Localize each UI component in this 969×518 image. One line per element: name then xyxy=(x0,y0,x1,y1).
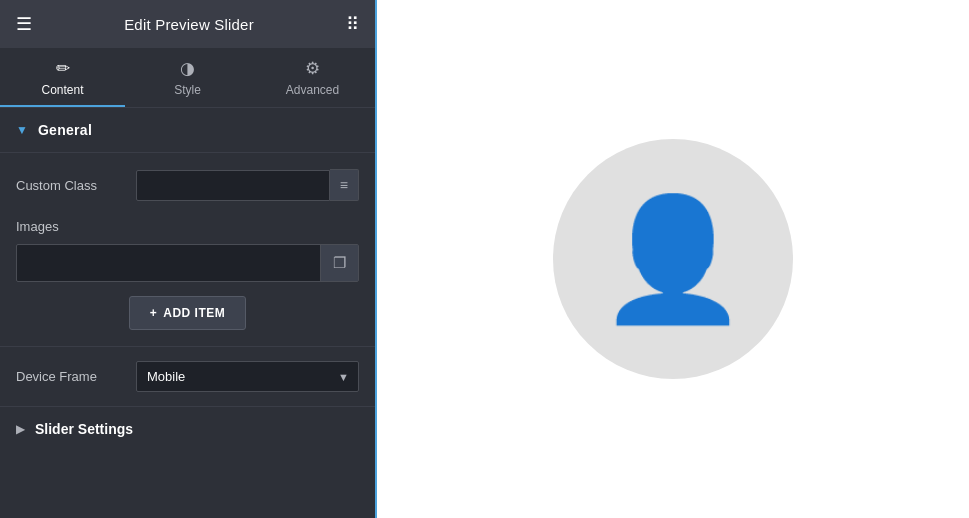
general-section-body: Custom Class ≡ Images Item ❐ xyxy=(0,153,375,346)
custom-class-row: Custom Class ≡ xyxy=(16,169,359,201)
general-section-title: General xyxy=(38,122,92,138)
tab-advanced[interactable]: ⚙ Advanced xyxy=(250,48,375,107)
copy-icon: ❐ xyxy=(333,254,346,272)
advanced-tab-icon: ⚙ xyxy=(305,58,320,79)
add-item-button[interactable]: + ADD ITEM xyxy=(129,296,247,330)
content-tab-label: Content xyxy=(41,83,83,97)
content-tab-icon: ✏ xyxy=(56,58,70,79)
person-icon: 👤 xyxy=(598,189,748,330)
advanced-tab-label: Advanced xyxy=(286,83,339,97)
slider-settings-title: Slider Settings xyxy=(35,421,133,437)
sidebar: ☰ Edit Preview Slider ⠿ ✏ Content ◑ Styl… xyxy=(0,0,375,518)
hamburger-icon[interactable]: ☰ xyxy=(16,13,32,35)
db-icon: ≡ xyxy=(340,177,348,193)
images-label: Images xyxy=(16,219,359,234)
item-copy-button[interactable]: ❐ xyxy=(320,245,358,281)
custom-class-input[interactable] xyxy=(136,170,330,201)
sidebar-header: ☰ Edit Preview Slider ⠿ xyxy=(0,0,375,48)
item-input[interactable]: Item xyxy=(17,247,320,280)
style-tab-icon: ◑ xyxy=(180,58,195,79)
add-item-label: ADD ITEM xyxy=(163,306,225,320)
sidebar-body: ▼ General Custom Class ≡ Images Item xyxy=(0,108,375,518)
tab-style[interactable]: ◑ Style xyxy=(125,48,250,107)
slider-arrow-icon: ▶ xyxy=(16,422,25,436)
general-arrow-icon: ▼ xyxy=(16,123,28,137)
tab-content[interactable]: ✏ Content xyxy=(0,48,125,107)
item-row: Item ❐ xyxy=(16,244,359,282)
custom-class-db-button[interactable]: ≡ xyxy=(330,169,359,201)
tabs-bar: ✏ Content ◑ Style ⚙ Advanced xyxy=(0,48,375,108)
slider-settings-header[interactable]: ▶ Slider Settings xyxy=(0,406,375,451)
grid-icon[interactable]: ⠿ xyxy=(346,13,359,35)
page-title: Edit Preview Slider xyxy=(124,16,254,33)
preview-placeholder: 👤 xyxy=(553,139,793,379)
main-preview-area: 👤 xyxy=(375,0,969,518)
style-tab-label: Style xyxy=(174,83,201,97)
custom-class-field-wrap: ≡ xyxy=(136,169,359,201)
device-frame-row: Device Frame Mobile Tablet Desktop None … xyxy=(0,346,375,406)
add-item-plus-icon: + xyxy=(150,306,158,320)
custom-class-label: Custom Class xyxy=(16,178,136,193)
general-section-header[interactable]: ▼ General xyxy=(0,108,375,153)
device-frame-label: Device Frame xyxy=(16,369,136,384)
device-frame-select[interactable]: Mobile Tablet Desktop None xyxy=(136,361,359,392)
device-frame-select-wrap: Mobile Tablet Desktop None ▼ xyxy=(136,361,359,392)
preview-frame: 👤 xyxy=(375,0,969,518)
